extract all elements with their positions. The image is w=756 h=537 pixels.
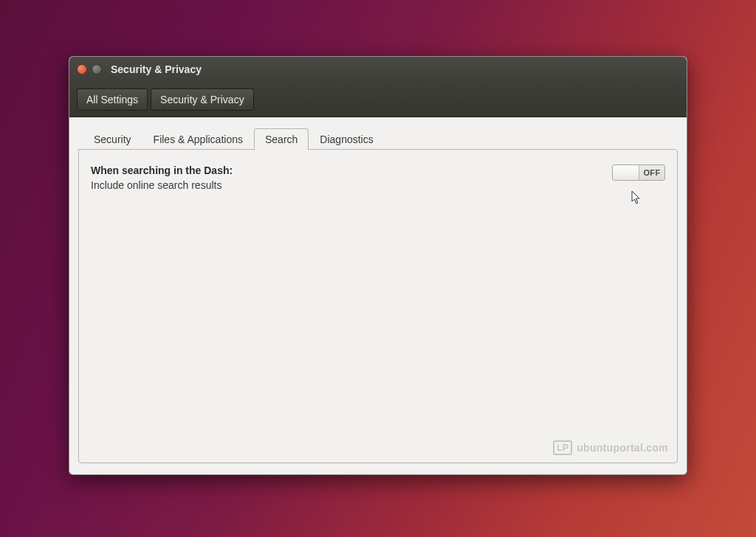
minimize-icon[interactable] [92,64,102,75]
watermark-badge: LP [553,440,572,455]
cursor-icon [631,190,642,205]
breadcrumb: All Settings Security & Privacy [69,82,687,117]
watermark-text: ubuntuportal.com [577,442,668,454]
breadcrumb-current[interactable]: Security & Privacy [151,89,254,111]
toggle-state-label: OFF [639,165,664,180]
online-search-row: When searching in the Dash: Include onli… [91,164,665,191]
online-search-toggle[interactable]: OFF [612,164,665,181]
tab-diagnostics[interactable]: Diagnostics [309,128,384,150]
toggle-knob [613,165,639,180]
window-title: Security & Privacy [111,63,202,75]
tab-panel-search: When searching in the Dash: Include onli… [78,149,678,463]
close-icon[interactable] [77,64,87,75]
tab-files-applications[interactable]: Files & Applications [142,128,254,150]
content-area: Security Files & Applications Search Dia… [69,117,687,474]
watermark: LP ubuntuportal.com [553,440,668,455]
tab-search[interactable]: Search [254,128,309,150]
online-search-label: Include online search results [91,179,612,191]
tab-bar: Security Files & Applications Search Dia… [78,128,678,150]
settings-window: Security & Privacy All Settings Security… [69,56,687,475]
breadcrumb-all-settings[interactable]: All Settings [77,89,148,111]
dash-search-heading: When searching in the Dash: [91,164,612,176]
tab-security[interactable]: Security [83,128,142,150]
titlebar[interactable]: Security & Privacy [69,57,687,82]
